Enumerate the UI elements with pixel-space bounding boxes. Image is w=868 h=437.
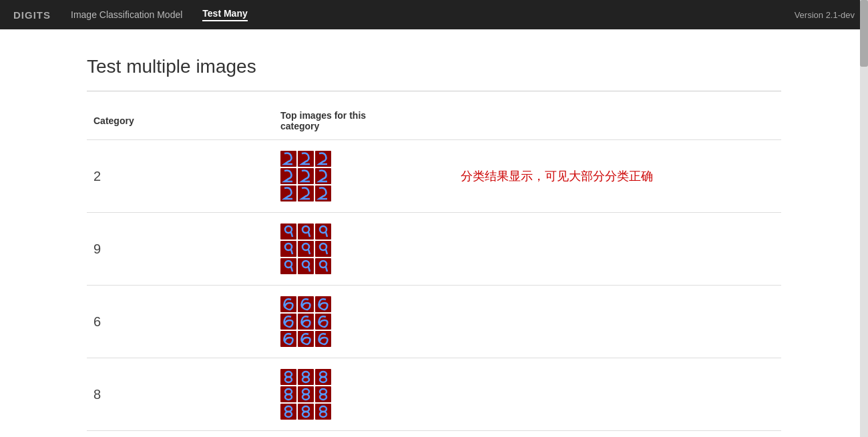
table-row: 7 <box>87 431 781 438</box>
thumbnail <box>298 168 314 184</box>
thumbnail <box>298 386 314 402</box>
svg-line-11 <box>326 250 327 254</box>
thumbnail <box>298 241 314 257</box>
images-cell <box>274 358 407 431</box>
thumbnail <box>298 258 314 274</box>
annotation-text: 分类结果显示，可见大部分分类正确 <box>461 169 653 183</box>
images-cell <box>274 431 407 438</box>
empty-cell <box>407 431 781 438</box>
thumbnail <box>315 331 331 347</box>
thumbnail <box>298 296 314 312</box>
thumbnail <box>315 386 331 402</box>
nav-link-model[interactable]: Image Classification Model <box>71 9 182 20</box>
nav-link-test-many[interactable]: Test Many <box>202 8 247 21</box>
thumbnail <box>315 258 331 274</box>
category-cell: 2 <box>87 140 274 213</box>
empty-cell <box>407 213 781 286</box>
svg-point-10 <box>320 244 327 250</box>
col-header-images: Top images for this category <box>274 105 407 140</box>
table-row: 9 <box>87 213 781 286</box>
table-row: 6 <box>87 286 781 358</box>
category-value: 9 <box>93 242 101 256</box>
thumbnail <box>298 369 314 385</box>
svg-point-27 <box>302 394 309 400</box>
svg-line-1 <box>291 232 292 237</box>
nav-left: DIGITS Image Classification Model Test M… <box>13 8 248 21</box>
thumbnail <box>280 369 296 385</box>
image-grid <box>280 369 401 420</box>
thumbnail <box>315 168 331 184</box>
image-grid <box>280 151 401 201</box>
image-grid <box>280 296 401 347</box>
svg-line-15 <box>308 267 310 272</box>
thumbnail <box>315 314 331 330</box>
scrollbar[interactable] <box>860 0 868 437</box>
results-table: Category Top images for this category 2 <box>87 105 781 437</box>
thumbnail <box>280 258 296 274</box>
thumbnail <box>298 404 314 420</box>
category-value: 6 <box>93 314 101 329</box>
thumbnail <box>315 369 331 385</box>
thumbnail <box>280 314 296 330</box>
category-cell: 6 <box>87 286 274 358</box>
thumbnail <box>298 314 314 330</box>
thumbnail <box>298 224 314 240</box>
thumbnail <box>280 331 296 347</box>
svg-line-5 <box>326 232 327 237</box>
thumbnail <box>315 241 331 257</box>
images-cell <box>274 140 407 213</box>
svg-point-21 <box>302 377 309 382</box>
svg-point-4 <box>320 226 327 233</box>
category-cell: 9 <box>87 213 274 286</box>
navbar: DIGITS Image Classification Model Test M… <box>0 0 868 29</box>
svg-line-13 <box>291 267 292 272</box>
svg-line-3 <box>308 232 310 237</box>
main-content: Test multiple images Category Top images… <box>0 29 868 437</box>
svg-point-0 <box>285 226 292 233</box>
category-cell: 8 <box>87 358 274 431</box>
thumbnail <box>315 296 331 312</box>
annotation-cell: 分类结果显示，可见大部分分类正确 <box>407 140 781 213</box>
scrollbar-thumb[interactable] <box>860 0 868 67</box>
empty-cell <box>407 286 781 358</box>
thumbnail <box>315 185 331 201</box>
thumbnail <box>280 296 296 312</box>
svg-point-19 <box>285 377 292 382</box>
svg-point-16 <box>320 261 327 268</box>
category-value: 2 <box>93 169 101 183</box>
title-divider <box>87 91 781 91</box>
thumbnail <box>280 151 296 167</box>
svg-point-23 <box>320 377 327 382</box>
version-label: Version 2.1-dev <box>795 10 855 20</box>
thumbnail <box>280 185 296 201</box>
thumbnail <box>280 168 296 184</box>
empty-cell <box>407 358 781 431</box>
thumbnail <box>315 404 331 420</box>
svg-line-17 <box>326 267 327 272</box>
brand-logo: DIGITS <box>13 9 51 21</box>
thumbnail <box>315 224 331 240</box>
svg-point-29 <box>320 394 327 400</box>
col-header-category: Category <box>87 105 274 140</box>
thumbnail <box>315 151 331 167</box>
thumbnail <box>280 386 296 402</box>
thumbnail <box>298 151 314 167</box>
images-cell <box>274 286 407 358</box>
table-row: 2 <box>87 140 781 213</box>
images-cell <box>274 213 407 286</box>
thumbnail <box>280 224 296 240</box>
table-row: 8 <box>87 358 781 431</box>
svg-point-35 <box>320 412 327 417</box>
svg-point-12 <box>285 261 292 268</box>
svg-point-33 <box>302 412 309 417</box>
category-cell: 7 <box>87 431 274 438</box>
svg-point-14 <box>302 261 309 268</box>
image-grid <box>280 224 401 274</box>
thumbnail <box>298 185 314 201</box>
page-title: Test multiple images <box>87 56 781 77</box>
svg-line-7 <box>291 250 292 254</box>
svg-point-8 <box>302 244 309 250</box>
thumbnail <box>298 331 314 347</box>
svg-point-25 <box>285 394 292 400</box>
svg-point-6 <box>285 244 292 250</box>
